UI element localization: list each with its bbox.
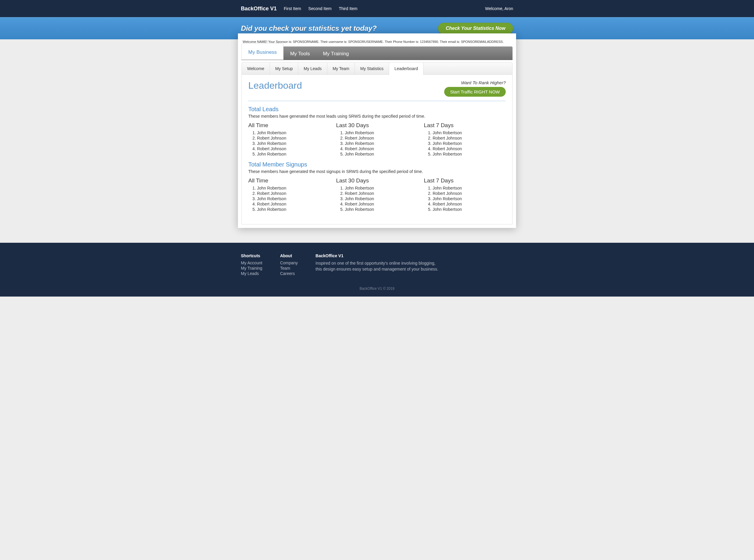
tab-my-training[interactable]: My Training [316, 47, 355, 60]
section-total-leads: Total Leads These members have generated… [248, 106, 506, 157]
list-item: Robert Johnson [428, 146, 506, 151]
nav-item-second[interactable]: Second Item [308, 6, 332, 11]
check-statistics-button[interactable]: Check Your Statistics Now [438, 23, 513, 34]
subtab-welcome[interactable]: Welcome [242, 63, 270, 75]
list-item: John Robertson [428, 196, 506, 201]
footer-about: About Company Team Careers [280, 253, 298, 277]
footer-link-company[interactable]: Company [280, 260, 298, 265]
subtab-my-leads[interactable]: My Leads [298, 63, 327, 75]
footer-heading: BackOffice V1 [315, 253, 440, 258]
welcome-user[interactable]: Welcome, Aron [485, 6, 513, 11]
footer-link-my-training[interactable]: My Training [241, 266, 262, 271]
list-item: Robert Johnson [340, 191, 418, 196]
list-item: John Robertson [252, 196, 330, 201]
main-card: Welcome NAME! Your Sponsor is: SPONSORNA… [238, 34, 516, 228]
subtab-my-setup[interactable]: My Setup [270, 63, 298, 75]
list-item: John Robertson [252, 152, 330, 156]
list-item: John Robertson [428, 152, 506, 156]
list-item: Robert Johnson [252, 202, 330, 206]
col-heading: Last 7 Days [424, 177, 506, 184]
list-item: John Robertson [340, 152, 418, 156]
col-heading: Last 30 Days [336, 122, 418, 128]
list-item: Robert Johnson [252, 136, 330, 140]
section-desc: These members have generated the most le… [248, 114, 506, 119]
list-item: Robert Johnson [428, 191, 506, 196]
sub-tabs: Welcome My Setup My Leads My Team My Sta… [241, 62, 513, 75]
subtab-my-team[interactable]: My Team [327, 63, 355, 75]
list-item: Robert Johnson [428, 202, 506, 206]
list-item: John Robertson [428, 207, 506, 212]
col-heading: Last 7 Days [424, 122, 506, 128]
list-item: John Robertson [252, 131, 330, 135]
list-item: Robert Johnson [340, 146, 418, 151]
brand-logo[interactable]: BackOffice V1 [241, 6, 277, 12]
col-heading: All Time [248, 177, 330, 184]
footer: Shortcuts My Account My Training My Lead… [0, 243, 754, 297]
list-item: John Robertson [340, 186, 418, 191]
footer-link-my-leads[interactable]: My Leads [241, 271, 262, 276]
list-item: Robert Johnson [252, 146, 330, 151]
footer-heading: About [280, 253, 298, 258]
rank-question: Want To Rank Higher? [444, 80, 506, 85]
footer-link-careers[interactable]: Careers [280, 271, 298, 276]
footer-link-team[interactable]: Team [280, 266, 298, 271]
col-heading: Last 30 Days [336, 177, 418, 184]
signups-all-time: All Time John Robertson Robert Johnson J… [248, 177, 330, 212]
list-item: John Robertson [340, 131, 418, 135]
nav-item-third[interactable]: Third Item [339, 6, 357, 11]
subtab-my-statistics[interactable]: My Statistics [355, 63, 389, 75]
list-item: Robert Johnson [340, 202, 418, 206]
page-title: Leaderboard [248, 80, 302, 91]
leads-last-7: Last 7 Days John Robertson Robert Johnso… [424, 122, 506, 157]
list-item: John Robertson [252, 207, 330, 212]
footer-shortcuts: Shortcuts My Account My Training My Lead… [241, 253, 262, 277]
leads-all-time: All Time John Robertson Robert Johnson J… [248, 122, 330, 157]
col-heading: All Time [248, 122, 330, 128]
list-item: John Robertson [252, 186, 330, 191]
leads-last-30: Last 30 Days John Robertson Robert Johns… [336, 122, 418, 157]
top-nav: First Item Second Item Third Item [284, 6, 363, 11]
section-title: Total Member Signups [248, 161, 506, 168]
footer-brand-desc: Inspired on one of the first opportunity… [315, 260, 440, 272]
nav-item-first[interactable]: First Item [284, 6, 301, 11]
tab-my-tools[interactable]: My Tools [284, 47, 316, 60]
list-item: Robert Johnson [252, 191, 330, 196]
list-item: Robert Johnson [340, 136, 418, 140]
list-item: John Robertson [340, 196, 418, 201]
list-item: John Robertson [428, 131, 506, 135]
list-item: John Robertson [428, 186, 506, 191]
start-traffic-button[interactable]: Start Traffic RIGHT NOW [444, 87, 506, 97]
topbar: BackOffice V1 First Item Second Item Thi… [0, 0, 754, 17]
section-desc: These members have generated the most si… [248, 169, 506, 174]
subtab-leaderboard[interactable]: Leaderboard [389, 63, 423, 75]
content-area: Leaderboard Want To Rank Higher? Start T… [241, 75, 513, 224]
tab-my-business[interactable]: My Business [241, 43, 284, 60]
list-item: John Robertson [340, 141, 418, 146]
list-item: John Robertson [252, 141, 330, 146]
footer-link-my-account[interactable]: My Account [241, 260, 262, 265]
list-item: John Robertson [428, 141, 506, 146]
section-total-signups: Total Member Signups These members have … [248, 161, 506, 212]
hero-title: Did you check your statistics yet today? [241, 24, 377, 33]
list-item: John Robertson [340, 207, 418, 212]
footer-copyright: BackOffice V1 © 2019 [0, 286, 754, 291]
signups-last-7: Last 7 Days John Robertson Robert Johnso… [424, 177, 506, 212]
signups-last-30: Last 30 Days John Robertson Robert Johns… [336, 177, 418, 212]
footer-heading: Shortcuts [241, 253, 262, 258]
section-title: Total Leads [248, 106, 506, 113]
list-item: Robert Johnson [428, 136, 506, 140]
footer-brand: BackOffice V1 Inspired on one of the fir… [315, 253, 440, 277]
main-tabs: My Business My Tools My Training [241, 46, 513, 60]
